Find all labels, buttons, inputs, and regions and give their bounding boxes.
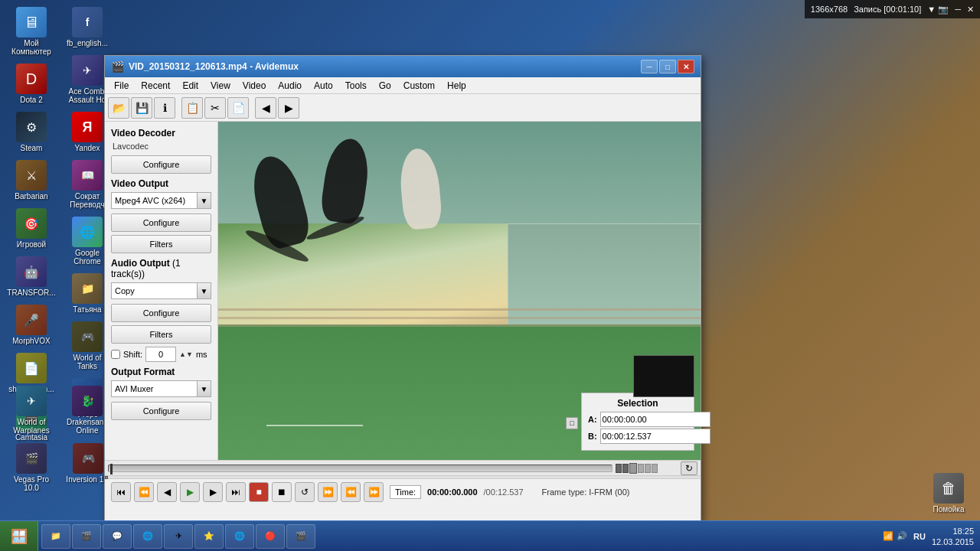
configure-audio-button[interactable]: Configure [111,304,211,322]
desktop-icon-label: Steam [21,144,43,152]
back-button[interactable]: ⏪ [134,482,154,502]
selection-a-input[interactable] [600,412,710,427]
toolbar-save[interactable]: 💾 [131,97,152,119]
video-decoder-value: Lavcodec [111,142,211,151]
close-button[interactable]: ✕ [678,60,694,73]
vol-marker[interactable] [629,463,637,474]
shift-spinners[interactable]: ▲▼ [179,350,193,358]
taskbar-app-media[interactable]: 🎬 [72,524,101,549]
menu-auto[interactable]: Auto [308,79,339,93]
menu-view[interactable]: View [204,79,237,93]
scroll-small-button[interactable]: □ [566,417,578,429]
toolbar-info[interactable]: ℹ [154,97,175,119]
shift-input[interactable] [145,347,176,362]
mark-b-button[interactable]: ⏪ [341,482,361,502]
minimize-button[interactable]: ─ [641,60,658,73]
toolbar-copy[interactable]: 📋 [181,97,203,119]
selection-b-row: B: [588,429,688,444]
preview-thumbnail [633,355,694,397]
desktop-icon-ww[interactable]: ✈ World of Warplanes [4,383,59,438]
desktop-icon-trash[interactable]: 🗑 Помойка [921,470,976,517]
desktop-icon-label: Dota 2 [20,96,42,104]
menu-audio[interactable]: Audio [272,79,308,93]
taskbar-app-plane[interactable]: ✈ [164,524,193,549]
configure-video-output-button[interactable]: Configure [111,214,211,232]
time-area: Time: 00:00:00.000 /00:12.537 Frame type… [390,485,694,499]
shift-row: Shift: ▲▼ ms [111,347,211,362]
menu-video[interactable]: Video [237,79,272,93]
mark-a-button[interactable]: ⏩ [318,482,338,502]
maximize-button[interactable]: □ [659,60,676,73]
taskbar-app-chrome[interactable]: 🌐 [225,524,254,549]
scrubber-marker[interactable] [110,464,113,474]
output-format-dropdown-row: AVI Muxer ▼ [111,380,211,397]
menu-help[interactable]: Help [441,79,472,93]
toolbar-paste[interactable]: 📄 [227,97,249,119]
window-icon: 🎬 [111,60,124,73]
desktop-icon-label: fb_english... [67,39,108,47]
taskbar-app-skype[interactable]: 💬 [103,524,132,549]
audio-output-dropdown-arrow[interactable]: ▼ [198,282,211,299]
play-button[interactable]: ▶ [180,482,200,502]
shift-checkbox[interactable] [111,350,120,359]
output-format-dropdown[interactable]: AVI Muxer [111,380,198,397]
desktop-icon-barbarian[interactable]: ⚔ Barbarian [4,157,59,204]
next-frame-button[interactable]: ▶ [203,482,223,502]
scrubber-row: ↻ [105,461,701,476]
menu-custom[interactable]: Custom [397,79,441,93]
menu-recent[interactable]: Recent [135,79,176,93]
desktop-icon-transformer[interactable]: 🤖 TRANSFOR... [4,253,59,300]
taskbar-app-explorer[interactable]: 📁 [41,524,70,549]
loop-button[interactable]: ↺ [295,482,315,502]
menu-go[interactable]: Go [373,79,397,93]
selection-b-input[interactable] [600,429,710,444]
desktop-icon-igrovoy[interactable]: 🎯 Игровой [4,205,59,252]
video-decoder-title: Video Decoder [111,128,211,139]
field-line [266,425,363,426]
desktop-icons-bottom3: 🎬 Vegas Pro 10.0 🎮 Inversion 1.0 [4,440,116,495]
desktop-icon-morphvox[interactable]: 🎤 MorphVOX [4,302,59,348]
mark-end-button[interactable]: ⏩ [364,482,384,502]
menu-file[interactable]: File [108,79,135,93]
fast-forward-button[interactable]: ⏭ [226,482,246,502]
prev-frame-button[interactable]: ◀ [157,482,177,502]
taskbar-app-video[interactable]: 🎬 [286,524,315,549]
vol-seg-3 [638,464,644,473]
toolbar-open[interactable]: 📂 [108,97,129,119]
desktop-icon-my-computer[interactable]: 🖥 Мой Компьютер [4,4,59,59]
toolbar-prev[interactable]: ◀ [255,97,276,119]
video-output-dropdown-arrow[interactable]: ▼ [198,192,211,209]
toolbar-next[interactable]: ▶ [278,97,299,119]
output-format-dropdown-arrow[interactable]: ▼ [198,380,211,397]
desktop-icon-fb[interactable]: f fb_english... [60,4,115,51]
start-button[interactable]: 🪟 [0,521,38,552]
menu-tools[interactable]: Tools [339,79,373,93]
stop-button[interactable]: ⏹ [272,482,292,502]
refresh-button[interactable]: ↻ [681,461,697,475]
filters-video-button[interactable]: Filters [111,235,211,253]
window-controls: ─ □ ✕ [641,60,694,73]
audio-output-dropdown[interactable]: Copy [111,282,198,299]
filters-audio-button[interactable]: Filters [111,325,211,344]
desktop-icon-dota2[interactable]: D Dota 2 [4,60,59,107]
configure-video-decoder-button[interactable]: Configure [111,155,211,174]
selection-title: Selection [588,398,688,409]
menu-edit[interactable]: Edit [176,79,204,93]
recording-min[interactable]: ─ [955,5,961,14]
recording-close[interactable]: ✕ [967,5,974,15]
taskbar-app-record[interactable]: 🔴 [256,524,285,549]
taskbar-app-browser[interactable]: 🌐 [133,524,162,549]
record-button[interactable]: ■ [249,482,269,502]
scrubber-track[interactable] [108,465,612,472]
configure-output-button[interactable]: Configure [111,402,211,420]
desktop-icon-steam[interactable]: ⚙ Steam [4,109,59,155]
taskbar-time: 18:25 12.03.2015 [932,526,974,547]
toolbar-cut[interactable]: ✂ [204,97,226,119]
play-back-button[interactable]: ⏮ [111,482,131,502]
desktop-icon-vegas[interactable]: 🎬 Vegas Pro 10.0 [4,440,59,495]
taskbar-app-star[interactable]: ⭐ [194,524,224,549]
vol-seg-5 [652,464,658,473]
video-output-dropdown[interactable]: Mpeg4 AVC (x264) [111,192,198,209]
recording-controls: ▼ 📷 [927,5,949,15]
audio-output-title: Audio Output (1 track(s)) [111,258,211,279]
